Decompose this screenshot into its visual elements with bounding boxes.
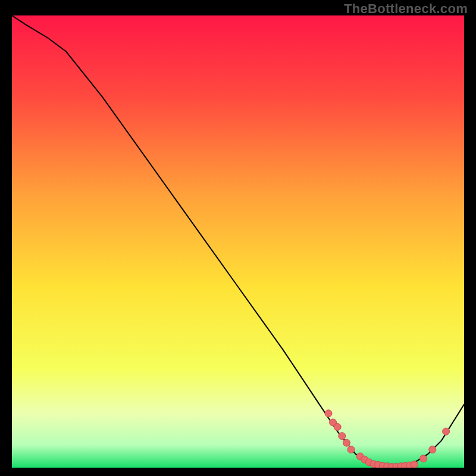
- data-point: [339, 433, 346, 440]
- data-point: [325, 410, 332, 417]
- data-point: [343, 439, 350, 446]
- data-point: [420, 455, 427, 462]
- plot-background: [12, 15, 464, 468]
- data-point: [429, 446, 436, 453]
- data-point: [443, 428, 450, 435]
- bottleneck-chart: [12, 15, 464, 468]
- data-point: [347, 446, 355, 453]
- data-point: [334, 424, 341, 431]
- watermark-text: TheBottleneck.com: [344, 1, 468, 17]
- data-point: [411, 461, 418, 468]
